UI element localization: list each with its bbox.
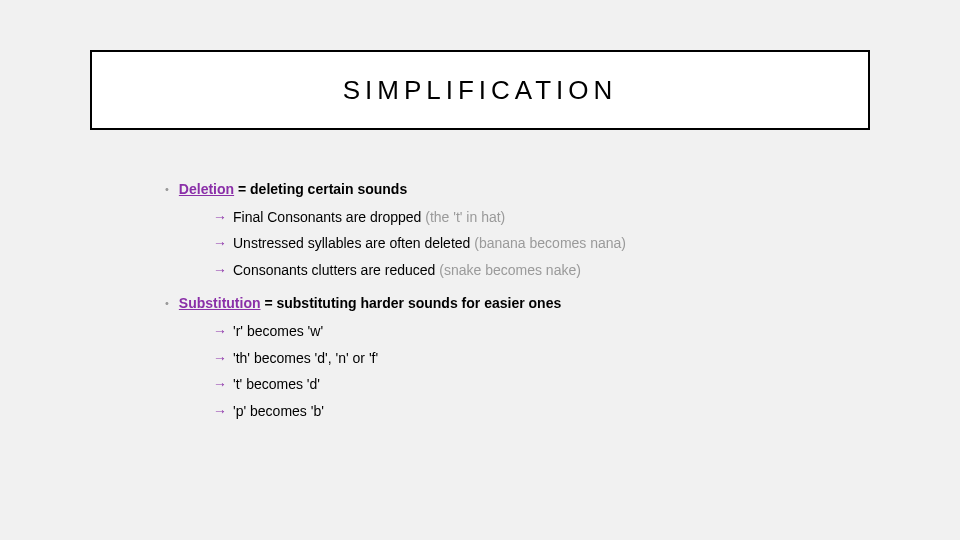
sub-item: → Consonants clutters are reduced (snake… [213,261,855,281]
sub-muted: (banana becomes nana) [474,235,626,251]
sub-text: 'th' becomes 'd', 'n' or 'f' [233,349,378,369]
arrow-icon: → [213,261,227,281]
arrow-icon: → [213,402,227,422]
sub-text: 'r' becomes 'w' [233,322,323,342]
arrow-icon: → [213,375,227,395]
sub-text: 'p' becomes 'b' [233,402,324,422]
bullet-text: Deletion = deleting certain sounds [179,180,407,200]
bullet-dot-icon: • [165,182,169,197]
sub-item: → 'th' becomes 'd', 'n' or 'f' [213,349,855,369]
sub-item: → Unstressed syllables are often deleted… [213,234,855,254]
bullet-dot-icon: • [165,296,169,311]
arrow-icon: → [213,349,227,369]
sub-text: Final Consonants are dropped (the 't' in… [233,208,505,228]
sub-list: → 'r' becomes 'w' → 'th' becomes 'd', 'n… [213,322,855,421]
bullet-term: Substitution [179,295,261,311]
bullet-item: • Deletion = deleting certain sounds [165,180,855,200]
bullet-connector: = [261,295,277,311]
arrow-icon: → [213,322,227,342]
slide: SIMPLIFICATION • Deletion = deleting cer… [0,0,960,540]
sub-main: Final Consonants are dropped [233,209,425,225]
bullet-definition: substituting harder sounds for easier on… [276,295,561,311]
bullet-term: Deletion [179,181,234,197]
sub-item: → 'p' becomes 'b' [213,402,855,422]
bullet-item: • Substitution = substituting harder sou… [165,294,855,314]
sub-text: Unstressed syllables are often deleted (… [233,234,626,254]
sub-text: 't' becomes 'd' [233,375,320,395]
sub-main: Consonants clutters are reduced [233,262,439,278]
bullet-definition: deleting certain sounds [250,181,407,197]
sub-text: Consonants clutters are reduced (snake b… [233,261,581,281]
sub-muted: (snake becomes nake) [439,262,581,278]
bullet-text: Substitution = substituting harder sound… [179,294,561,314]
slide-title: SIMPLIFICATION [343,75,618,106]
sub-item: → 't' becomes 'd' [213,375,855,395]
sub-item: → Final Consonants are dropped (the 't' … [213,208,855,228]
arrow-icon: → [213,234,227,254]
sub-list: → Final Consonants are dropped (the 't' … [213,208,855,281]
content: • Deletion = deleting certain sounds → F… [165,180,855,435]
bullet-connector: = [234,181,250,197]
arrow-icon: → [213,208,227,228]
sub-main: Unstressed syllables are often deleted [233,235,474,251]
title-box: SIMPLIFICATION [90,50,870,130]
sub-item: → 'r' becomes 'w' [213,322,855,342]
sub-muted: (the 't' in hat) [425,209,505,225]
